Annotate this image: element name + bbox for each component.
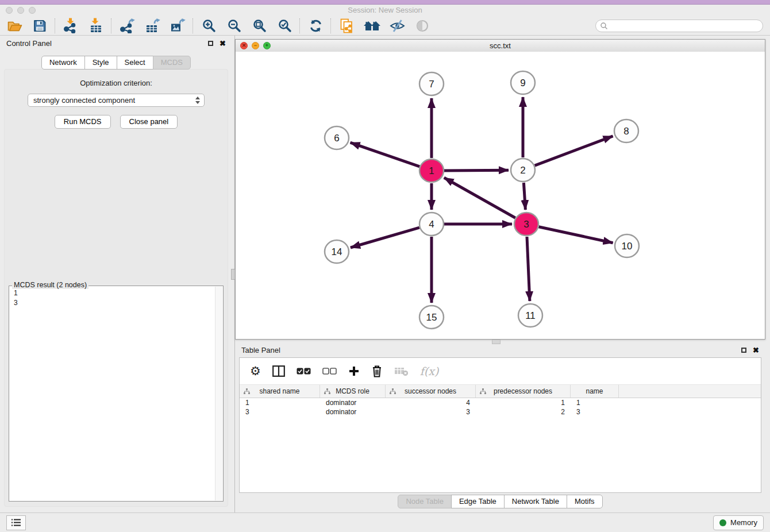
mcds-result-text[interactable]: 1 3 [9,286,215,501]
create-network-from-selection-button[interactable] [337,17,356,34]
graph-edge-1-2[interactable] [444,170,509,171]
cell[interactable]: dominator [320,399,386,407]
export-table-icon [145,18,160,33]
main-toolbar [0,16,770,36]
import-table-icon [88,18,103,33]
export-image-button[interactable] [168,17,187,34]
tab-edge-table[interactable]: Edge Table [451,495,505,508]
import-table-button[interactable] [86,17,106,34]
close-panel-icon[interactable]: ✖ [753,346,759,354]
cell[interactable]: 3 [240,408,320,416]
refresh-view-button[interactable] [306,17,325,34]
graph-edge-2-8[interactable] [535,136,613,165]
run-mcds-button[interactable]: Run MCDS [55,115,111,129]
control-panel-title: Control Panel [6,39,52,48]
graph-node-label: 6 [334,133,339,144]
optimization-criterion-label: Optimization criterion: [80,79,152,87]
cell[interactable]: dominator [320,408,386,416]
network-canvas[interactable]: 7968124314101511 [236,52,765,339]
node-table-container: ⚙ [239,357,761,493]
create-column-plus-icon[interactable] [348,365,360,377]
tab-network[interactable]: Network [41,56,85,70]
toolbar-separator [111,18,112,33]
toolbar-separator [192,18,194,33]
column-header-name[interactable]: name [571,385,619,398]
graph-edge-1-6[interactable] [351,142,420,167]
zoom-fit-button[interactable] [249,17,269,34]
graph-edge-3-11[interactable] [527,237,530,301]
graph-edge-2-3[interactable] [523,183,525,210]
column-header-predecessor-nodes[interactable]: predecessor nodes [476,385,571,398]
column-header-shared-name[interactable]: shared name [240,385,320,398]
export-table-button[interactable] [143,17,162,34]
mcds-panel-body: Optimization criterion: strongly connect… [4,69,228,507]
titlebar: Session: New Session [0,5,770,16]
eye-slash-icon [390,19,405,33]
zoom-in-button[interactable] [199,17,218,34]
task-history-button[interactable] [6,515,26,530]
close-panel-button[interactable]: Close panel [120,115,178,129]
application-window: Session: New Session [0,0,770,532]
maximize-window-button[interactable] [29,7,36,14]
cell[interactable]: 4 [386,399,476,407]
cell[interactable]: 1 [476,399,571,407]
tab-select[interactable]: Select [117,56,153,70]
show-columns-icon[interactable] [272,365,285,377]
cell[interactable]: 3 [386,408,476,416]
minimize-window-button[interactable] [17,7,24,14]
open-session-button[interactable] [5,17,24,34]
import-network-icon [63,18,79,33]
table-row[interactable]: 3dominator323 [240,407,761,417]
table-header-row: shared nameMCDS rolesuccessor nodesprede… [240,384,761,398]
memory-button[interactable]: Memory [713,515,764,530]
graph-node-label: 2 [520,165,525,176]
float-panel-icon[interactable] [208,41,213,46]
close-network-button[interactable]: ✕ [240,42,248,49]
tab-mcds[interactable]: MCDS [153,56,191,70]
result-scrollbar[interactable] [215,287,222,500]
cell[interactable]: 1 [571,399,619,407]
graph-edge-4-14[interactable] [351,228,419,248]
home-view-button[interactable] [362,17,382,34]
graph-node-label: 15 [426,312,437,323]
show-hide-details-button[interactable] [387,17,407,34]
column-header-MCDS-role[interactable]: MCDS role [320,385,386,398]
cell[interactable]: 1 [240,399,320,407]
column-header-successor-nodes[interactable]: successor nodes [386,385,476,398]
network-window-titlebar: scc.txt ✕ − + [236,40,765,52]
graph-edge-3-1[interactable] [444,178,515,218]
network-document-icon [339,18,354,33]
control-panel-tabs: NetworkStyleSelectMCDS [0,56,232,70]
tab-network-table[interactable]: Network Table [504,495,567,508]
delete-rows-trash-icon[interactable] [371,365,383,377]
tab-node-table[interactable]: Node Table [398,495,452,508]
zoom-selected-icon [278,18,292,33]
select-all-columns-icon[interactable] [297,368,311,375]
float-panel-icon[interactable] [741,348,746,353]
search-input[interactable] [610,21,763,30]
import-network-button[interactable] [61,17,80,34]
zoom-out-button[interactable] [224,17,244,34]
network-canvas-svg[interactable]: 7968124314101511 [236,52,765,339]
tab-style[interactable]: Style [84,56,117,70]
save-session-button[interactable] [30,17,49,34]
function-builder-icon-disabled: f(x) [420,365,439,377]
zoom-selected-button[interactable] [275,17,294,34]
close-panel-icon[interactable]: ✖ [220,40,226,47]
deselect-all-columns-icon[interactable] [322,368,337,375]
cell[interactable]: 3 [571,408,619,416]
search-field[interactable] [595,20,763,32]
table-row[interactable]: 1dominator411 [240,398,761,407]
graph-edge-3-10[interactable] [539,227,613,243]
table-toolbar: ⚙ [240,358,761,384]
export-network-button[interactable] [117,17,137,34]
close-window-button[interactable] [6,7,13,14]
graph-node-label: 14 [332,246,342,257]
tab-motifs[interactable]: Motifs [567,495,603,508]
criterion-select[interactable]: strongly connected component [28,94,205,107]
maximize-network-button[interactable]: + [263,42,271,49]
cell[interactable]: 2 [476,408,571,416]
table-settings-gear-icon[interactable]: ⚙ [250,365,261,377]
minimize-network-button[interactable]: − [252,42,259,49]
memory-status-icon [719,519,726,526]
